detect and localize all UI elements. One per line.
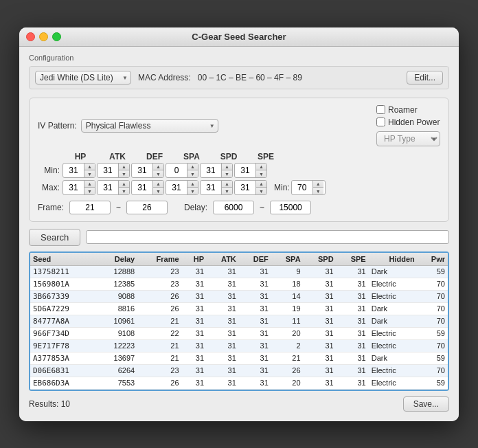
min-hp-input[interactable]: ▲ ▼ xyxy=(62,163,95,178)
max-spe-up[interactable]: ▲ xyxy=(256,180,266,188)
min-spe-down[interactable]: ▼ xyxy=(256,170,266,178)
results-table-wrapper: Seed Delay Frame HP ATK DEF SPA SPD SPE … xyxy=(29,251,449,391)
max-spe-down[interactable]: ▼ xyxy=(256,188,266,195)
iv-pattern-select-wrapper[interactable]: Physical Flawless xyxy=(81,119,218,133)
hidden-power-checkbox-label[interactable]: Hidden Power xyxy=(376,117,440,127)
table-cell: 31 xyxy=(207,290,239,302)
roamer-checkbox-label[interactable]: Roamer xyxy=(376,105,440,115)
main-window: C-Gear Seed Searcher Configuration Jedi … xyxy=(19,27,459,421)
hp-min-input[interactable]: ▲ ▼ xyxy=(291,180,326,195)
hp-type-select-wrapper[interactable]: HP Type xyxy=(376,131,440,146)
min-spd-field[interactable] xyxy=(201,166,221,175)
frame-max-input[interactable] xyxy=(126,201,168,214)
max-spa-input[interactable]: ▲ ▼ xyxy=(166,180,198,195)
max-def-up[interactable]: ▲ xyxy=(153,180,163,188)
max-def-input[interactable]: ▲ ▼ xyxy=(131,180,164,195)
save-button[interactable]: Save... xyxy=(403,396,449,412)
delay-max-input[interactable] xyxy=(270,201,311,214)
min-spa-up[interactable]: ▲ xyxy=(187,163,198,170)
table-row[interactable]: 5D6A7229881626313131193131Dark70 xyxy=(30,302,448,315)
table-cell: 31 xyxy=(239,339,271,352)
table-row[interactable]: 84777A8A1096121313131113131Dark70 xyxy=(30,315,448,327)
roamer-checkbox[interactable] xyxy=(376,105,385,114)
max-spe-input[interactable]: ▲ ▼ xyxy=(234,180,267,195)
min-hp-down[interactable]: ▼ xyxy=(84,170,95,178)
iv-pattern-select[interactable]: Physical Flawless xyxy=(81,119,218,133)
min-spe-up[interactable]: ▲ xyxy=(256,163,266,170)
max-def-down[interactable]: ▼ xyxy=(153,188,163,195)
min-spd-input[interactable]: ▲ ▼ xyxy=(200,163,233,178)
minimize-button[interactable] xyxy=(39,32,48,41)
max-hp-input[interactable]: ▲ ▼ xyxy=(62,180,95,195)
maximize-button[interactable] xyxy=(52,32,61,41)
min-def-up[interactable]: ▲ xyxy=(153,163,163,170)
min-def-input[interactable]: ▲ ▼ xyxy=(131,163,164,178)
max-spd-up[interactable]: ▲ xyxy=(222,180,232,188)
max-def-field[interactable] xyxy=(132,183,152,192)
table-row[interactable]: D06E6831626423313131263131Electric70 xyxy=(30,364,448,377)
hp-type-select[interactable]: HP Type xyxy=(376,131,440,146)
col-header-seed: Seed xyxy=(30,253,96,266)
table-row[interactable]: 966F734D910822313131203131Electric59 xyxy=(30,327,448,339)
max-hp-field[interactable] xyxy=(63,183,84,192)
max-atk-input[interactable]: ▲ ▼ xyxy=(97,180,130,195)
max-spa-up[interactable]: ▲ xyxy=(187,180,198,188)
table-cell: 31 xyxy=(182,290,207,302)
hp-min-up[interactable]: ▲ xyxy=(313,180,323,188)
table-cell: 20 xyxy=(271,377,304,389)
table-cell: Dark xyxy=(369,265,418,278)
frame-min-input[interactable] xyxy=(69,201,111,214)
table-cell: 12888 xyxy=(96,265,138,278)
frame-delay-row: Frame: ~ Delay: ~ xyxy=(38,201,440,214)
table-row[interactable]: 13758211128882331313193131Dark59 xyxy=(30,265,448,278)
min-spe-input[interactable]: ▲ ▼ xyxy=(234,163,267,178)
stat-header-spd: SPD xyxy=(211,152,247,161)
device-select-wrapper[interactable]: Jedi White (DS Lite) xyxy=(35,71,131,85)
min-def-field[interactable] xyxy=(132,166,152,175)
max-hp-down[interactable]: ▼ xyxy=(84,188,95,195)
table-row[interactable]: 1569801A1238523313131183131Electric70 xyxy=(30,278,448,290)
table-cell: 31 xyxy=(182,377,207,389)
max-atk-down[interactable]: ▼ xyxy=(119,188,129,195)
device-select[interactable]: Jedi White (DS Lite) xyxy=(35,71,131,85)
table-row[interactable]: EB686D3A755326313131203131Electric59 xyxy=(30,377,448,389)
delay-min-input[interactable] xyxy=(213,201,254,214)
hp-min-down[interactable]: ▼ xyxy=(313,188,323,195)
max-spa-down[interactable]: ▼ xyxy=(187,188,198,195)
min-spa-input[interactable]: ▲ ▼ xyxy=(166,163,198,178)
min-spd-down[interactable]: ▼ xyxy=(222,170,232,178)
search-button[interactable]: Search xyxy=(29,229,80,246)
hidden-power-checkbox[interactable] xyxy=(376,117,385,126)
close-button[interactable] xyxy=(26,32,35,41)
table-row[interactable]: 3B667339908826313131143131Electric70 xyxy=(30,290,448,302)
max-spd-field[interactable] xyxy=(201,183,221,192)
min-spa-down[interactable]: ▼ xyxy=(187,170,198,178)
table-row[interactable]: 9E717F78122232131313123131Electric70 xyxy=(30,339,448,352)
table-row[interactable]: A377853A1369721313131213131Dark59 xyxy=(30,352,448,364)
max-spa-field[interactable] xyxy=(166,183,187,192)
max-spd-down[interactable]: ▼ xyxy=(222,188,232,195)
max-atk-field[interactable] xyxy=(98,183,118,192)
min-atk-input[interactable]: ▲ ▼ xyxy=(97,163,130,178)
max-atk-up[interactable]: ▲ xyxy=(119,180,129,188)
min-hp-field[interactable] xyxy=(63,166,84,175)
min-hp-up[interactable]: ▲ xyxy=(84,163,95,170)
hp-min-field[interactable] xyxy=(292,183,312,192)
min-spe-field[interactable] xyxy=(235,166,255,175)
table-cell: 31 xyxy=(207,364,239,377)
min-spd-up[interactable]: ▲ xyxy=(222,163,232,170)
max-spe-field[interactable] xyxy=(235,183,255,192)
table-cell: 31 xyxy=(304,315,337,327)
col-header-delay: Delay xyxy=(96,253,138,266)
max-spd-input[interactable]: ▲ ▼ xyxy=(200,180,233,195)
min-spa-field[interactable] xyxy=(166,166,187,175)
min-def-down[interactable]: ▼ xyxy=(153,170,163,178)
stat-header-def: DEF xyxy=(137,152,172,161)
edit-button[interactable]: Edit... xyxy=(407,71,443,85)
min-atk-down[interactable]: ▼ xyxy=(119,170,129,178)
max-hp-spinners: ▲ ▼ xyxy=(84,180,95,195)
min-atk-up[interactable]: ▲ xyxy=(119,163,129,170)
min-atk-field[interactable] xyxy=(98,166,118,175)
table-cell: 31 xyxy=(182,352,207,364)
max-hp-up[interactable]: ▲ xyxy=(84,180,95,188)
